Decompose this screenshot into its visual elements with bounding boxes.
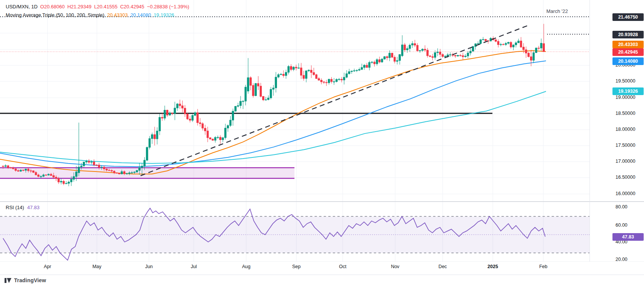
price-badge: 19.19326 [612, 87, 644, 95]
candlestick-chart-canvas[interactable] [0, 0, 644, 286]
candle-body [505, 43, 507, 44]
candle-body [497, 41, 499, 45]
price-badge: 20.43303 [612, 41, 644, 48]
indicator-legend-row: Moving Average Triple (50, 100, 200, Sim… [6, 11, 189, 19]
candle-body [401, 45, 403, 56]
candle-body [171, 113, 173, 113]
candle-body [169, 113, 171, 115]
candle-body [25, 169, 27, 170]
candle-body [166, 110, 168, 115]
candle-body [318, 79, 320, 80]
price-tick-label: 18.50000 [616, 110, 635, 116]
sma50-value: 20.43303 [107, 12, 128, 18]
candle-body [144, 160, 146, 166]
candle-body [323, 82, 325, 82]
candle-body [298, 68, 300, 68]
candle-body [341, 79, 343, 80]
candle-body [242, 101, 244, 102]
candle-body [240, 101, 242, 106]
candle-body [116, 173, 118, 173]
candle-body [2, 166, 4, 167]
candle-body [346, 74, 348, 77]
indicator-title[interactable]: Moving Average Triple (50, 100, 200, Sim… [6, 12, 104, 18]
candle-body [119, 173, 120, 174]
candle-body [305, 71, 307, 78]
candle-body [17, 170, 19, 171]
candle-body [217, 137, 219, 138]
ma-line-50[interactable] [0, 51, 546, 174]
price-badge: 47.83 [612, 233, 644, 241]
candle-body [315, 75, 317, 78]
tradingview-logo[interactable]: TradingView [5, 277, 46, 283]
candle-body [149, 138, 150, 147]
candle-body [386, 57, 388, 58]
candle-body [399, 54, 401, 60]
candle-body [257, 83, 259, 86]
price-badge: 20.14080 [612, 57, 644, 65]
support-zone[interactable] [0, 168, 294, 178]
candle-body [235, 106, 237, 111]
candle-body [369, 62, 370, 67]
time-tick-label: Apr [44, 264, 51, 270]
candle-body [404, 45, 406, 50]
candle-body [58, 178, 60, 182]
candle-body [250, 78, 252, 85]
candle-body [156, 131, 158, 139]
candle-body [530, 57, 532, 60]
price-tick-label: 17.00000 [616, 158, 635, 164]
candle-body [30, 171, 32, 171]
candle-body [508, 42, 510, 43]
candle-body [272, 88, 274, 89]
candle-body [222, 138, 224, 140]
time-tick-label: Oct [339, 264, 346, 270]
candle-body [151, 135, 153, 139]
ma-line-200[interactable] [0, 91, 546, 164]
candle-body [123, 172, 125, 174]
candle-body [523, 47, 525, 50]
candle-body [225, 128, 226, 138]
candle-body [500, 44, 502, 45]
candle-body [379, 60, 381, 62]
candle-body [229, 120, 231, 126]
candle-body [128, 173, 130, 173]
candle-body [227, 126, 229, 128]
candle-body [439, 52, 441, 55]
price-tick-label: 19.00000 [616, 94, 635, 100]
candle-body [53, 176, 55, 177]
candle-body [348, 72, 350, 74]
candle-body [278, 75, 280, 77]
candle-body [15, 169, 17, 171]
candle-body [134, 172, 136, 173]
candle-body [427, 50, 429, 56]
price-tick-label: 19.50000 [616, 78, 635, 84]
candle-body [96, 165, 98, 165]
candle-body [131, 173, 133, 173]
candle-body [275, 77, 277, 88]
symbol-title[interactable]: USD/MXN, 1D [6, 3, 38, 10]
dashed-trendline[interactable] [141, 25, 529, 176]
price-badge: 21.46750 [612, 13, 644, 21]
candle-body [113, 171, 115, 173]
candle-body [280, 74, 282, 75]
candle-body [81, 166, 82, 167]
candle-body [78, 167, 80, 173]
candle-body [245, 87, 247, 101]
candle-body [265, 100, 267, 100]
candle-body [199, 123, 201, 124]
price-tick-label: 16.00000 [616, 191, 635, 197]
candle-body [328, 79, 330, 83]
rsi-title[interactable]: RSI (14) [6, 205, 24, 210]
candle-body [424, 49, 426, 50]
candle-body [358, 70, 360, 70]
candle-body [212, 139, 214, 140]
candle-body [10, 168, 12, 168]
candle-body [191, 115, 193, 120]
candle-body [490, 38, 492, 41]
candle-body [20, 170, 22, 171]
candle-body [533, 52, 535, 60]
candle-body [136, 170, 138, 172]
candle-body [68, 182, 70, 184]
candle-body [495, 40, 497, 41]
candle-body [76, 172, 78, 176]
candle-body [520, 41, 522, 47]
